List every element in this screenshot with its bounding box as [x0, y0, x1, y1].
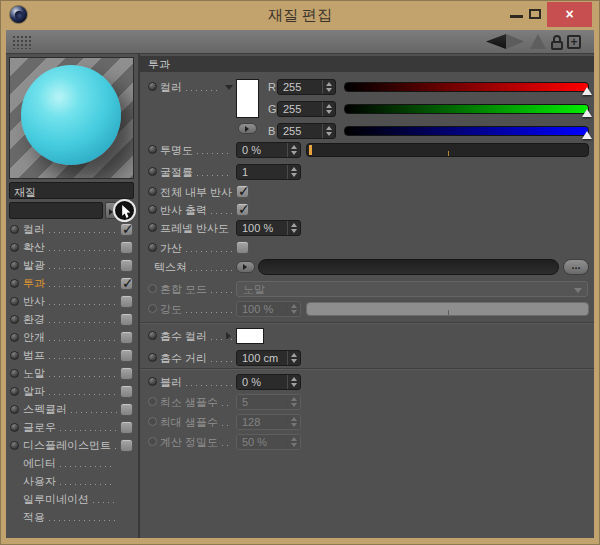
sidebar-item-environment[interactable]: 환경	[6, 310, 136, 328]
absorption-color-swatch[interactable]	[236, 328, 264, 344]
brightness-input[interactable]: 0 %	[236, 142, 301, 158]
minimize-button[interactable]	[510, 15, 523, 18]
texture-input[interactable]	[258, 259, 559, 275]
blue-slider[interactable]	[344, 126, 589, 136]
green-slider[interactable]	[344, 104, 589, 114]
animation-dot-icon[interactable]	[148, 243, 157, 252]
spinner-icon[interactable]	[287, 351, 300, 365]
sidebar-item-reflection[interactable]: 반사	[6, 292, 136, 310]
slider-handle-icon[interactable]	[582, 109, 592, 117]
animation-dot-icon[interactable]	[10, 369, 19, 378]
spinner-icon[interactable]	[322, 80, 335, 94]
channel-checkbox[interactable]	[120, 331, 133, 344]
channel-checkbox[interactable]	[120, 349, 133, 362]
history-forward-icon[interactable]	[506, 34, 524, 49]
channel-checkbox[interactable]	[120, 313, 133, 326]
channel-checkbox[interactable]	[120, 367, 133, 380]
close-button[interactable]: ×	[547, 2, 592, 27]
pick-material-button[interactable]	[113, 199, 136, 222]
slider-handle-icon[interactable]	[309, 145, 312, 155]
channel-checkbox[interactable]	[120, 259, 133, 272]
channel-checkbox[interactable]	[120, 385, 133, 398]
color-b-input[interactable]: 255	[277, 123, 336, 139]
sidebar-item-displacement[interactable]: 디스플레이스먼트	[6, 436, 136, 454]
color-r-input[interactable]: 255	[277, 79, 336, 95]
animation-dot-icon[interactable]	[148, 377, 157, 386]
channel-checkbox[interactable]	[120, 403, 133, 416]
animation-dot-icon[interactable]	[148, 145, 157, 154]
fresnel-input[interactable]: 100 %	[236, 220, 301, 236]
animation-dot-icon[interactable]	[148, 187, 157, 196]
spinner-icon[interactable]	[287, 143, 300, 157]
color-g-input[interactable]: 255	[277, 101, 336, 117]
sidebar-item-fog[interactable]: 안개	[6, 328, 136, 346]
spinner-icon[interactable]	[287, 165, 300, 179]
animation-dot-icon[interactable]	[10, 387, 19, 396]
channel-checkbox[interactable]	[120, 295, 133, 308]
slider-handle-icon[interactable]	[582, 87, 592, 95]
drag-grip-icon[interactable]	[12, 35, 31, 49]
channel-checkbox[interactable]	[120, 241, 133, 254]
animation-dot-icon[interactable]	[148, 205, 157, 214]
search-input[interactable]	[9, 202, 103, 219]
lock-icon[interactable]	[551, 33, 563, 51]
sidebar-item-diffusion[interactable]: 확산	[6, 238, 136, 256]
animation-dot-icon[interactable]	[10, 351, 19, 360]
animation-dot-icon[interactable]	[10, 315, 19, 324]
material-name-field[interactable]: 재질	[9, 182, 134, 199]
animation-dot-icon[interactable]	[148, 167, 157, 176]
additive-checkbox[interactable]	[236, 241, 249, 254]
brightness-slider[interactable]	[306, 143, 589, 157]
refraction-input[interactable]: 1	[236, 164, 301, 180]
animation-dot-icon[interactable]	[10, 261, 19, 270]
absorption-distance-input[interactable]: 100 cm	[236, 350, 301, 366]
sidebar-item-user[interactable]: 사용자	[6, 472, 136, 490]
channel-checkbox[interactable]	[120, 421, 133, 434]
sidebar-item-assign[interactable]: 적용	[6, 508, 136, 526]
animation-dot-icon[interactable]	[10, 279, 19, 288]
titlebar[interactable]: 재질 편집 ×	[1, 1, 599, 29]
material-preview[interactable]	[9, 57, 134, 179]
channel-checkbox[interactable]	[120, 277, 133, 290]
sidebar-item-specular[interactable]: 스펙큘러	[6, 400, 136, 418]
sidebar-item-glow[interactable]: 글로우	[6, 418, 136, 436]
animation-dot-icon[interactable]	[10, 441, 19, 450]
spinner-icon[interactable]	[322, 102, 335, 116]
texture-arrow-button[interactable]	[236, 261, 255, 273]
red-slider[interactable]	[344, 82, 589, 92]
animation-dot-icon[interactable]	[148, 223, 157, 232]
animation-dot-icon[interactable]	[10, 297, 19, 306]
animation-dot-icon[interactable]	[10, 423, 19, 432]
sidebar-item-transparency[interactable]: 투과	[6, 274, 136, 292]
animation-dot-icon[interactable]	[10, 225, 19, 234]
spinner-icon[interactable]	[287, 375, 300, 389]
sidebar-item-illumination[interactable]: 일루미네이션	[6, 490, 136, 508]
absorption-color-expand-icon[interactable]	[226, 332, 231, 340]
animation-dot-icon[interactable]	[148, 353, 157, 362]
sidebar-item-alpha[interactable]: 알파	[6, 382, 136, 400]
sidebar-item-bump[interactable]: 범프	[6, 346, 136, 364]
exit-reflections-checkbox[interactable]	[236, 203, 249, 216]
sidebar-item-normal[interactable]: 노말	[6, 364, 136, 382]
slider-handle-icon[interactable]	[582, 131, 592, 139]
total-internal-reflection-row: 전체 내부 반사	[140, 184, 594, 200]
blurriness-input[interactable]: 0 %	[236, 374, 301, 390]
animation-dot-icon[interactable]	[10, 243, 19, 252]
total-internal-reflection-checkbox[interactable]	[236, 185, 249, 198]
channel-checkbox[interactable]	[120, 439, 133, 452]
sidebar-item-editor[interactable]: 에디터	[6, 454, 136, 472]
sidebar-item-color[interactable]: 컬러	[6, 220, 136, 238]
texture-browse-button[interactable]: ...	[563, 259, 589, 275]
history-back-icon[interactable]	[486, 34, 506, 49]
sidebar-item-luminance[interactable]: 발광	[6, 256, 136, 274]
spinner-icon	[287, 415, 300, 429]
animation-dot-icon[interactable]	[10, 333, 19, 342]
animation-dot-icon[interactable]	[10, 405, 19, 414]
spinner-icon[interactable]	[287, 221, 300, 235]
maximize-button[interactable]	[529, 9, 541, 19]
up-arrow-icon[interactable]	[530, 34, 546, 49]
channel-checkbox[interactable]	[120, 223, 133, 236]
spinner-icon[interactable]	[322, 124, 335, 138]
add-button[interactable]: +	[567, 35, 581, 49]
animation-dot-icon[interactable]	[148, 331, 157, 340]
